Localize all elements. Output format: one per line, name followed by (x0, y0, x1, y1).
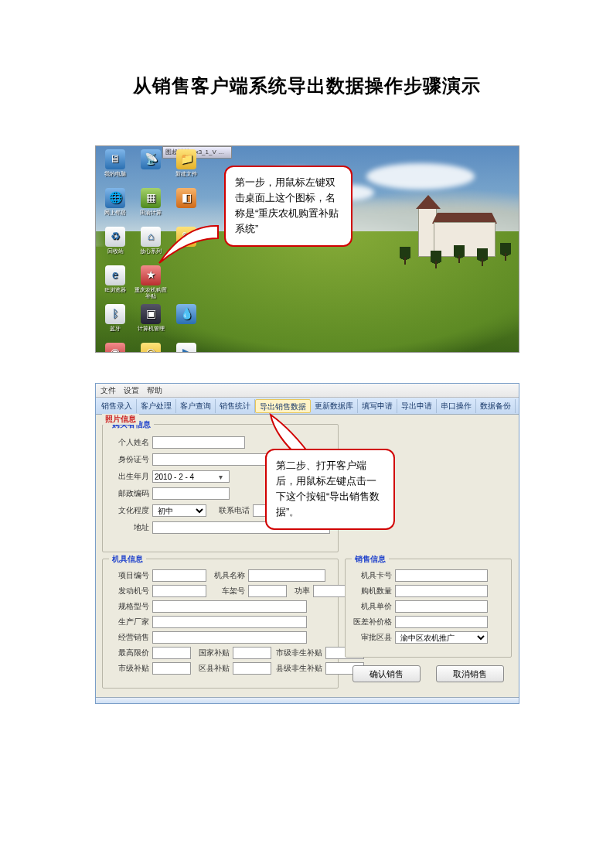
input-ctry-sub[interactable] (233, 647, 271, 659)
desktop-icon-16[interactable]: ◎GoldCnm (135, 343, 167, 353)
label-dist-sub: 区县补贴 (191, 663, 230, 674)
desktop-icon-label: 蓝牙 (110, 326, 121, 332)
desktop-icon-10[interactable]: ★重庆农机购置补贴 (135, 265, 167, 302)
statusbar (96, 697, 519, 703)
toolbar-btn-1[interactable]: 客户处理 (137, 399, 176, 413)
label-mname: 机具名称 (206, 570, 245, 581)
label-dealer: 经营销售 (107, 632, 149, 643)
confirm-sale-button[interactable]: 确认销售 (352, 665, 421, 682)
desktop-icon-glyph: 💧 (176, 304, 196, 324)
input-id[interactable] (152, 453, 276, 466)
desktop-icon-6[interactable]: ♻回收站 (99, 227, 131, 264)
input-frame[interactable] (248, 585, 287, 597)
desktop-icon-label: 计算机管理 (138, 326, 165, 332)
desktop-icon-glyph: ◧ (176, 188, 196, 208)
desktop-icon-glyph: e (105, 265, 125, 285)
toolbar-btn-8[interactable]: 串口操作 (437, 399, 476, 413)
label-area: 审批区县 (350, 632, 392, 643)
label-code: 项目编号 (107, 570, 149, 581)
desktop-icon-9[interactable]: eIE浏览器 (99, 265, 131, 302)
select-education[interactable]: 初中 (152, 504, 206, 517)
desktop-icon-17[interactable]: ▶FlashGame (170, 343, 203, 353)
group-sale: 销售信息 机具卡号 购机数量 机具单价 医差补价格 审批区县 渝中区农机推广 (345, 559, 512, 658)
desktop-icon-2[interactable]: 📁新建文件 (170, 149, 203, 186)
callout-step1: 第一步，用鼠标左键双击桌面上这个图标，名称是“重庆农机购置补贴系统” (224, 166, 352, 247)
label-factory: 生产厂家 (107, 617, 149, 627)
desktop-icon-glyph: ♻ (105, 227, 125, 247)
desktop-icon-label: 我的电脑 (104, 171, 126, 177)
desktop-icon-3[interactable]: 🌐网上邻居 (99, 188, 131, 225)
group-photo-title: 照片信息 (102, 414, 139, 425)
toolbar-btn-10[interactable]: 文件上报 (516, 399, 519, 413)
desktop-icon-glyph: ◎ (141, 343, 161, 353)
label-card: 机具卡号 (350, 570, 392, 581)
toolbar-btn-7[interactable]: 导出申请 (397, 399, 437, 413)
label-max: 最高限价 (107, 648, 149, 658)
callout-step2: 第二步、打开客户端后，用鼠标左键点击一下这个按钮“导出销售数据”。 (265, 449, 395, 530)
input-engine[interactable] (152, 585, 206, 597)
label-name: 个人姓名 (107, 437, 149, 448)
menu-帮助[interactable]: 帮助 (147, 385, 162, 396)
toolbar-btn-9[interactable]: 数据备份 (476, 399, 516, 413)
toolbar-btn-3[interactable]: 销售统计 (216, 399, 255, 413)
menu-文件[interactable]: 文件 (100, 385, 116, 396)
label-frame: 车架号 (206, 586, 245, 596)
input-qty[interactable] (395, 585, 488, 597)
cancel-sale-button[interactable]: 取消销售 (436, 665, 504, 682)
desktop-icon-label: 网上邻居 (104, 210, 126, 216)
label-ctry-sub2: 县级非生补贴 (271, 663, 322, 674)
input-factory[interactable] (152, 616, 307, 628)
desktop-icon-11[interactable] (170, 265, 203, 302)
menu-设置[interactable]: 设置 (124, 385, 139, 396)
desktop-icon-glyph: ▦ (141, 188, 161, 208)
toolbar-btn-6[interactable]: 填写申请 (358, 399, 397, 413)
input-dist-sub[interactable] (233, 662, 271, 675)
input-name[interactable] (152, 436, 245, 449)
group-sale-title: 销售信息 (352, 554, 389, 565)
menubar: 文件设置帮助 (96, 384, 519, 398)
desktop-icon-label: 田渝计算 (140, 210, 162, 216)
desktop-icon-glyph: ▶ (176, 343, 196, 353)
toolbar-btn-5[interactable]: 更新数据库 (311, 399, 358, 413)
desktop-icon-glyph: 📁 (176, 149, 196, 169)
label-id: 身份证号 (107, 454, 149, 465)
label-phone: 联系电话 (206, 505, 250, 516)
input-dealer[interactable] (152, 631, 307, 644)
desktop-icon-glyph: ▣ (141, 304, 161, 324)
desktop-icon-14[interactable]: 💧 (170, 304, 203, 341)
label-addr: 地址 (107, 522, 149, 533)
input-diff[interactable] (395, 616, 488, 628)
desktop-icon-1[interactable]: 📡 (135, 149, 167, 186)
input-city-row[interactable] (152, 662, 191, 675)
group-machine-title: 机具信息 (109, 554, 146, 565)
toolbar-btn-4[interactable]: 导出销售数据 (255, 399, 311, 413)
input-model[interactable] (152, 600, 307, 613)
desktop-icon-15[interactable]: ◉购置补贴 (99, 343, 131, 353)
label-city-sub: 市级非生补贴 (271, 648, 322, 658)
label-diff: 医差补价格 (350, 617, 392, 627)
label-city-row: 市级补贴 (107, 663, 149, 674)
input-max[interactable] (152, 647, 191, 659)
input-card[interactable] (395, 569, 488, 582)
label-model: 规格型号 (107, 601, 149, 612)
label-price: 机具单价 (350, 601, 392, 612)
label-ctry-sub: 国家补贴 (191, 648, 230, 658)
desktop-icon-13[interactable]: ▣计算机管理 (135, 304, 167, 341)
input-code[interactable] (152, 569, 206, 582)
input-price[interactable] (395, 600, 488, 613)
label-power: 功率 (287, 586, 310, 596)
input-post[interactable] (152, 487, 230, 500)
desktop-icon-glyph: ᛒ (105, 304, 125, 324)
select-area[interactable]: 渝中区农机推广 (395, 631, 488, 644)
desktop-icon-glyph: 🌐 (105, 188, 125, 208)
desktop-icon-0[interactable]: 🖥我的电脑 (99, 149, 131, 186)
desktop-icon-label: 回收站 (107, 248, 124, 255)
input-birth[interactable] (152, 470, 230, 483)
toolbar-btn-2[interactable]: 客户查询 (176, 399, 216, 413)
input-mname[interactable] (248, 569, 325, 582)
desktop-icon-glyph: 📡 (141, 149, 161, 169)
desktop-icon-12[interactable]: ᛒ蓝牙 (99, 304, 131, 341)
toolbar-btn-0[interactable]: 销售录入 (97, 399, 137, 413)
toolbar: 销售录入客户处理客户查询销售统计导出销售数据更新数据库填写申请导出申请串口操作数… (96, 398, 519, 415)
label-qty: 购机数量 (350, 586, 392, 596)
